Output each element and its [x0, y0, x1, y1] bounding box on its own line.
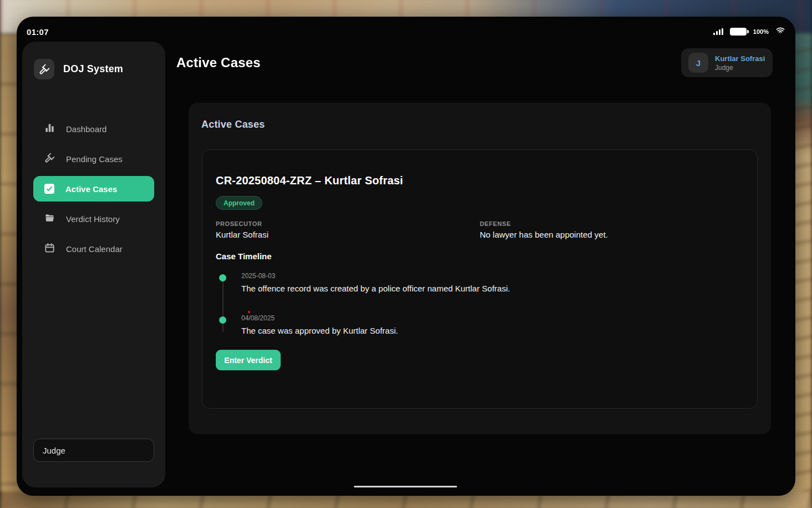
case-timeline: 2025-08-03 The offence record was create…	[219, 272, 757, 335]
enter-verdict-button[interactable]: Enter Verdict	[216, 350, 281, 370]
app-logo-row: DOJ System	[22, 42, 165, 79]
battery-percent: 100%	[753, 28, 769, 35]
sidebar-item-label: Court Calendar	[66, 244, 123, 254]
home-indicator[interactable]	[354, 486, 457, 487]
calendar-icon	[44, 243, 55, 255]
cursor-dot	[248, 311, 250, 313]
sidebar-item-verdict-history[interactable]: Verdict History	[33, 206, 154, 232]
prosecutor-value: Kurtlar Sofrasi	[216, 230, 480, 239]
status-badge: Approved	[216, 196, 262, 210]
prosecutor-column: PROSECUTOR Kurtlar Sofrasi	[216, 220, 480, 239]
sidebar-footer: Judge	[22, 439, 165, 487]
defense-label: DEFENSE	[480, 220, 744, 227]
sidebar-item-label: Active Cases	[65, 184, 117, 194]
user-badge[interactable]: J Kurtlar Sofrasi Judge	[681, 48, 773, 77]
gavel-logo-icon	[34, 59, 54, 79]
timeline-dot-icon	[219, 316, 226, 324]
active-cases-panel: Active Cases CR-20250804-ZRZ – Kurtlar S…	[189, 103, 771, 434]
panel-heading: Active Cases	[189, 103, 771, 130]
sidebar-item-dashboard[interactable]: Dashboard	[33, 116, 154, 142]
case-parties: PROSECUTOR Kurtlar Sofrasi DEFENSE No la…	[216, 220, 744, 239]
sidebar-nav: Dashboard Pending Cases Active Cases Ver…	[22, 116, 165, 261]
signal-icon	[713, 28, 723, 35]
bar-chart-icon	[44, 123, 55, 135]
sidebar-item-label: Pending Cases	[66, 154, 123, 164]
app-name: DOJ System	[63, 63, 123, 75]
timeline-text: The case was approved by Kurtlar Sofrasi…	[241, 326, 757, 335]
battery-icon	[730, 28, 747, 36]
timeline-event: 04/08/2025 The case was approved by Kurt…	[219, 314, 757, 335]
case-title: CR-20250804-ZRZ – Kurtlar Sofrasi	[202, 150, 757, 187]
sidebar-item-active-cases[interactable]: Active Cases	[33, 176, 154, 202]
case-card: CR-20250804-ZRZ – Kurtlar Sofrasi Approv…	[202, 149, 758, 409]
tablet-frame: 01:07 100% DOJ System Dashboard	[17, 17, 795, 496]
sidebar-item-pending-cases[interactable]: Pending Cases	[33, 146, 154, 172]
timeline-dot-icon	[219, 274, 226, 281]
defense-column: DEFENSE No lawyer has been appointed yet…	[480, 220, 744, 239]
avatar: J	[688, 53, 708, 73]
folder-icon	[44, 213, 55, 225]
timeline-date: 04/08/2025	[241, 314, 757, 322]
role-selector-value: Judge	[43, 446, 65, 455]
gavel-icon	[44, 153, 55, 165]
page-title: Active Cases	[176, 55, 261, 71]
timeline-text: The offence record was created by a poli…	[241, 284, 757, 293]
user-name: Kurtlar Sofrasi	[715, 54, 765, 63]
wifi-icon	[775, 26, 785, 37]
clock: 01:07	[27, 27, 49, 37]
prosecutor-label: PROSECUTOR	[216, 220, 480, 227]
timeline-event: 2025-08-03 The offence record was create…	[219, 272, 757, 314]
status-bar: 01:07 100%	[27, 23, 785, 40]
sidebar-item-court-calendar[interactable]: Court Calendar	[33, 236, 154, 261]
role-selector[interactable]: Judge	[33, 439, 154, 462]
status-icons: 100%	[713, 26, 785, 37]
defense-value: No lawyer has been appointed yet.	[480, 230, 744, 239]
timeline-date: 2025-08-03	[241, 272, 757, 280]
sidebar-item-label: Verdict History	[66, 214, 120, 224]
user-role: Judge	[715, 64, 765, 72]
check-square-icon	[44, 184, 54, 194]
sidebar-item-label: Dashboard	[66, 124, 106, 134]
timeline-heading: Case Timeline	[216, 252, 757, 261]
sidebar: DOJ System Dashboard Pending Cases Activ…	[22, 42, 165, 487]
